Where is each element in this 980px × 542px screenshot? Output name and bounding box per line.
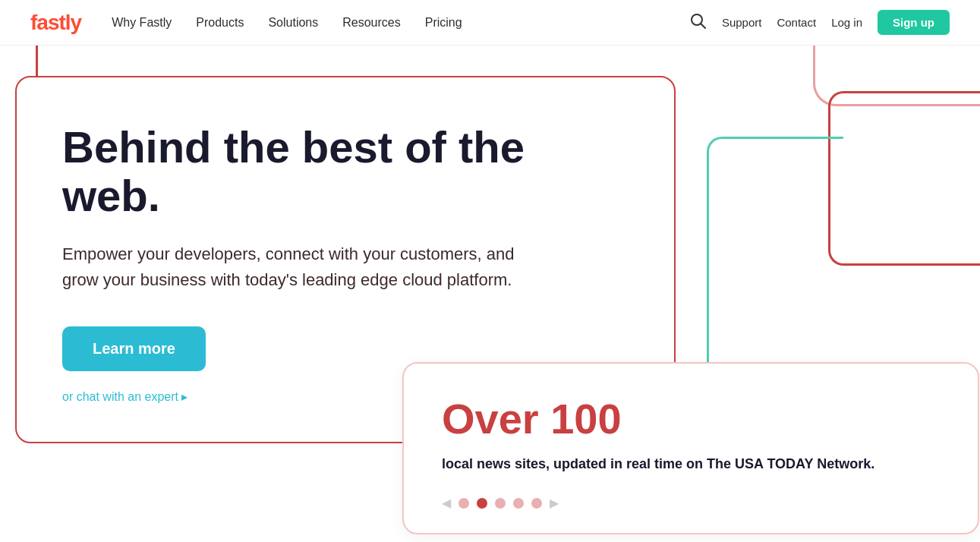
stats-number: Over 100	[442, 394, 940, 443]
nav-right: Support Contact Log in Sign up	[690, 10, 950, 35]
search-icon[interactable]	[690, 13, 707, 33]
nav-login-link[interactable]: Log in	[831, 16, 862, 29]
carousel-dot-5[interactable]	[531, 498, 542, 509]
stats-description: local news sites, updated in real time o…	[442, 454, 940, 474]
carousel-dot-1[interactable]	[458, 498, 469, 509]
carousel-dot-3[interactable]	[495, 498, 506, 509]
carousel-controls: ◀ ▶	[442, 496, 940, 510]
carousel-dot-4[interactable]	[513, 498, 524, 509]
nav-contact-link[interactable]: Contact	[777, 16, 816, 29]
svg-line-1	[701, 24, 705, 28]
learn-more-button[interactable]: Learn more	[62, 326, 206, 371]
nav-link-solutions[interactable]: Solutions	[268, 16, 318, 30]
carousel-prev-arrow[interactable]: ◀	[442, 496, 451, 510]
nav-links: Why Fastly Products Solutions Resources …	[112, 16, 690, 30]
hero-subtitle: Empower your developers, connect with yo…	[62, 241, 533, 293]
nav-link-pricing[interactable]: Pricing	[425, 16, 462, 30]
deco-rect-red	[828, 91, 980, 266]
main-content: Behind the best of the web. Empower your…	[0, 46, 980, 542]
carousel-dot-2[interactable]	[477, 498, 487, 509]
navbar: fastly Why Fastly Products Solutions Res…	[0, 0, 980, 46]
stats-card: Over 100 local news sites, updated in re…	[402, 362, 979, 534]
hero-title: Behind the best of the web.	[62, 123, 629, 220]
nav-link-products[interactable]: Products	[196, 16, 244, 30]
nav-link-why-fastly[interactable]: Why Fastly	[112, 16, 172, 30]
nav-signup-button[interactable]: Sign up	[878, 10, 950, 35]
carousel-next-arrow[interactable]: ▶	[550, 496, 559, 510]
logo[interactable]: fastly	[30, 11, 81, 35]
nav-support-link[interactable]: Support	[722, 16, 762, 29]
nav-link-resources[interactable]: Resources	[342, 16, 400, 30]
deco-rect-teal	[707, 137, 843, 387]
